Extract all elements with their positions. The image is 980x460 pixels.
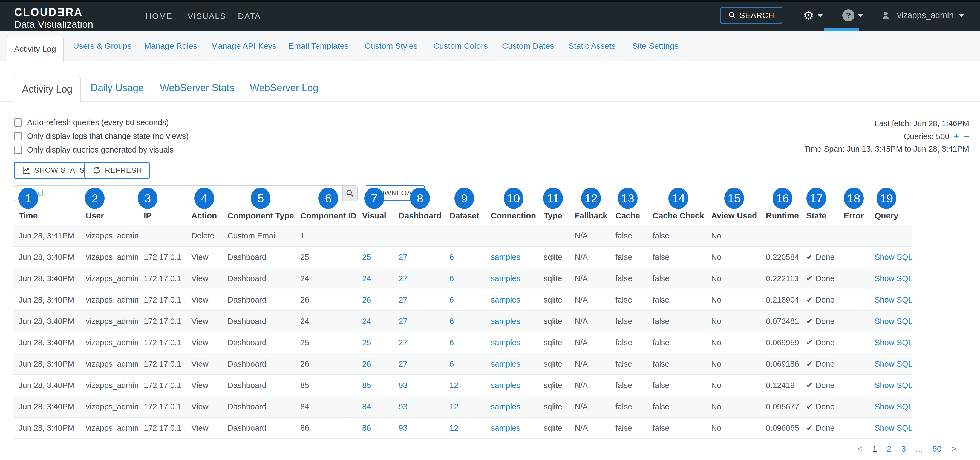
cell-link[interactable]: samples [491,423,520,432]
cell-link[interactable]: 25 [362,253,371,261]
subtab-divider [0,101,980,102]
cell-link[interactable]: 93 [399,381,407,390]
subtab-link[interactable]: WebServer Log [250,82,318,94]
page-number[interactable]: 2 [887,444,892,454]
column-header[interactable]: 18Error [838,204,869,225]
nav-link-data[interactable]: DATA [238,0,261,31]
cell-link[interactable]: 85 [362,381,371,390]
cell-link[interactable]: samples [491,317,520,326]
nav-link-home[interactable]: HOME [146,0,172,31]
column-header[interactable]: 9Dataset [444,204,485,225]
increase-queries-button[interactable]: + [953,131,959,141]
admin-tab-link[interactable]: Custom Dates [502,31,554,60]
subtab-link[interactable]: WebServer Stats [160,82,234,94]
checkbox[interactable] [14,132,22,140]
cell-link[interactable]: 24 [362,317,371,326]
column-header[interactable]: 10Connection [485,204,538,225]
cell-link[interactable]: samples [491,338,520,347]
column-header[interactable]: 3IP [138,204,186,225]
cell-link[interactable]: 6 [450,295,454,304]
search-button[interactable]: SEARCH [720,7,782,24]
cell-link[interactable]: 26 [362,360,371,368]
column-header[interactable]: 5Component Type [222,204,295,225]
show-stats-button[interactable]: SHOW STATS [14,162,93,179]
cell-link[interactable]: 27 [399,317,407,326]
cell-link[interactable]: samples [491,402,520,411]
subtab-activity-log[interactable]: Activity Log [14,76,81,102]
column-header[interactable]: 16Runtime [761,204,801,225]
cell-link[interactable]: samples [491,360,520,368]
show-sql-link[interactable]: Show SQL [875,295,912,304]
cell-link[interactable]: 6 [450,253,454,261]
show-sql-link[interactable]: Show SQL [875,402,912,411]
cell-link[interactable]: samples [491,274,520,283]
cell-link[interactable]: 27 [399,338,407,347]
cell-link[interactable]: 24 [362,274,371,283]
column-header[interactable]: 1Time [13,204,81,225]
admin-tab-link[interactable]: Manage Roles [144,31,197,60]
help-menu[interactable]: ? [842,9,864,21]
show-sql-link[interactable]: Show SQL [875,317,912,326]
cell-link[interactable]: 27 [399,253,407,261]
column-header[interactable]: 14Cache Check [648,204,706,225]
cell-link[interactable]: samples [491,253,520,261]
show-sql-link[interactable]: Show SQL [875,338,912,347]
admin-tab-link[interactable]: Static Assets [569,31,616,60]
cell-link[interactable]: 25 [362,338,371,347]
checkbox[interactable] [14,146,22,154]
admin-tab-link[interactable]: Custom Colors [433,31,488,60]
page-next[interactable]: > [951,444,956,454]
column-header[interactable]: 6Component ID [295,204,357,225]
cell-link[interactable]: 27 [399,295,407,304]
cell-link[interactable]: 12 [450,381,458,390]
column-badge: 13 [618,188,638,209]
cell-link[interactable]: samples [491,295,520,304]
admin-tab-link[interactable]: Site Settings [632,31,678,60]
cell-link[interactable]: 86 [362,423,371,432]
column-header[interactable]: 13Cache [610,204,648,225]
column-header[interactable]: 2User [81,204,138,225]
column-header[interactable]: 12Fallback [570,204,610,225]
column-header[interactable]: 15Aview Used [706,204,761,225]
settings-menu[interactable]: ⚙ [803,9,823,21]
column-header[interactable]: 7Visual [357,204,393,225]
page-number[interactable]: 50 [932,444,942,454]
cell-link[interactable]: 93 [399,423,407,432]
tab-activity-log[interactable]: Activity Log [6,36,64,62]
admin-tab-link[interactable]: Custom Styles [364,31,417,60]
cell-link[interactable]: 12 [450,423,458,432]
show-sql-link[interactable]: Show SQL [875,381,912,390]
cell-link[interactable]: samples [491,381,520,390]
show-sql-link[interactable]: Show SQL [875,274,912,283]
cell-link[interactable]: 12 [450,402,458,411]
show-sql-link[interactable]: Show SQL [875,423,912,432]
checkbox[interactable] [14,118,22,127]
show-sql-link[interactable]: Show SQL [875,253,912,261]
column-header[interactable]: 8Dashboard [393,204,444,225]
cell-link[interactable]: 93 [399,402,407,411]
cell-link[interactable]: 27 [399,274,407,283]
search-submit-button[interactable] [342,185,358,201]
subtab-link[interactable]: Daily Usage [91,82,144,94]
column-header[interactable]: 17State [801,204,838,225]
nav-link-visuals[interactable]: VISUALS [188,0,226,31]
column-header[interactable]: 4Action [186,204,222,225]
show-sql-link[interactable]: Show SQL [875,360,912,368]
user-menu[interactable]: vizapps_admin [881,10,965,21]
search-input[interactable] [14,185,342,201]
cell-link[interactable]: 26 [362,295,371,304]
decrease-queries-button[interactable]: − [964,131,969,141]
admin-tab-link[interactable]: Manage API Keys [211,31,276,60]
cell-link[interactable]: 27 [399,360,407,368]
cell-link[interactable]: 6 [450,274,454,283]
page-number[interactable]: 3 [901,444,906,454]
admin-tab-link[interactable]: Email Templates [288,31,349,60]
refresh-button[interactable]: REFRESH [84,162,150,179]
cell-link[interactable]: 6 [450,360,454,368]
column-header[interactable]: 19Query [869,204,912,225]
column-header[interactable]: 11Type [538,204,570,225]
cell-link[interactable]: 6 [450,317,454,326]
cell-link[interactable]: 84 [362,402,371,411]
cell-link[interactable]: 6 [450,338,454,347]
admin-tab-link[interactable]: Users & Groups [73,31,131,60]
